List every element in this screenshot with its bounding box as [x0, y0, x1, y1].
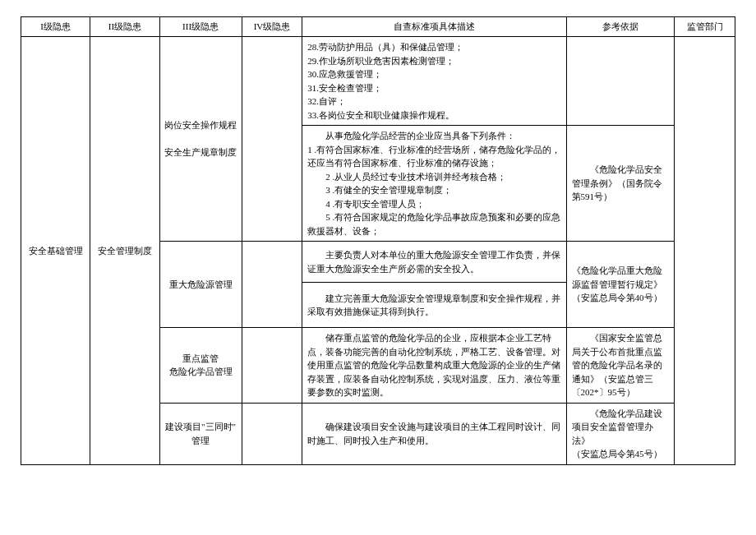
desc-line: 4 .有专职安全管理人员； [307, 197, 560, 211]
lvl3-text: 危险化学品管理 [169, 367, 233, 376]
lvl3-text: 重点监管 [182, 353, 219, 363]
cell-ref: 《国家安全监管总局关于公布首批重点监管的危险化学品名录的通知》（安监总管三〔20… [566, 328, 675, 404]
header-lvl2: II级隐患 [90, 17, 159, 37]
desc-line: 33.各岗位安全和职业健康操作规程。 [307, 110, 454, 120]
table-header-row: I级隐患 II级隐患 III级隐患 IV级隐患 自查标准项具体描述 参考依据 监… [21, 17, 735, 37]
cell-lvl3-group3: 重点监管 危险化学品管理 [159, 328, 242, 404]
desc-text: 建立完善重大危险源安全管理规章制度和安全操作规程，并采取有效措施保证其得到执行。 [307, 292, 560, 319]
lvl3-text: 管理 [191, 436, 210, 445]
lvl3-text: 安全生产规章制度 [164, 147, 237, 157]
hazard-standards-table: I级隐患 II级隐患 III级隐患 IV级隐患 自查标准项具体描述 参考依据 监… [21, 16, 735, 465]
cell-lvl4 [242, 37, 302, 242]
header-desc: 自查标准项具体描述 [302, 17, 566, 37]
header-lvl3: III级隐患 [159, 17, 242, 37]
cell-ref: 《危险化学品建设项目安全监督管理办法》 （安监总局令第45号） [566, 403, 675, 464]
lvl3-text: 岗位安全操作规程 [164, 120, 237, 130]
desc-line: 31.安全检查管理； [307, 83, 382, 93]
ref-text: 《危险化学品安全管理条例》（国务院令第591号） [572, 163, 670, 204]
desc-line: 2 .从业人员经过专业技术培训并经考核合格； [307, 170, 560, 184]
cell-desc: 建立完善重大危险源安全管理规章制度和安全操作规程，并采取有效措施保证其得到执行。 [302, 283, 566, 328]
desc-line: 3 .有健全的安全管理规章制度； [307, 183, 560, 197]
table-row: 安全基础管理 安全管理制度 岗位安全操作规程 安全生产规章制度 28.劳动防护用… [21, 37, 735, 126]
cell-lvl3-group1: 岗位安全操作规程 安全生产规章制度 [159, 37, 242, 242]
desc-line: 从事危险化学品经营的企业应当具备下列条件： [307, 129, 560, 143]
ref-text: （安监总局令第45号） [572, 447, 670, 461]
cell-lvl3-group4: 建设项目"三同时" 管理 [159, 403, 242, 464]
cell-lvl4 [242, 403, 302, 464]
cell-lvl4 [242, 328, 302, 404]
header-lvl4: IV级隐患 [242, 17, 302, 37]
cell-ref: 《危险化学品安全管理条例》（国务院令第591号） [566, 126, 675, 242]
cell-lvl1: 安全基础管理 [21, 37, 90, 465]
desc-line: 29.作业场所职业危害因素检测管理； [307, 56, 454, 66]
header-lvl1: I级隐患 [21, 17, 90, 37]
desc-text: 储存重点监管的危险化学品的企业，应根据本企业工艺特点，装备功能完善的自动化控制系… [307, 331, 560, 399]
cell-dept [675, 37, 735, 465]
desc-line: 28.劳动防护用品（具）和保健品管理； [307, 42, 463, 52]
cell-desc: 确保建设项目安全设施与建设项目的主体工程同时设计、同时施工、同时投入生产和使用。 [302, 403, 566, 464]
cell-desc: 从事危险化学品经营的企业应当具备下列条件： 1 .有符合国家标准、行业标准的经营… [302, 126, 566, 242]
header-ref: 参考依据 [566, 17, 675, 37]
ref-text: 《国家安全监管总局关于公布首批重点监管的危险化学品名录的通知》（安监总管三〔20… [572, 331, 670, 399]
ref-text: 《危险化学品建设项目安全监督管理办法》 [572, 407, 670, 448]
cell-lvl3-group2: 重大危险源管理 [159, 242, 242, 328]
desc-line: 30.应急救援管理； [307, 69, 382, 79]
cell-ref [566, 37, 675, 126]
header-dept: 监管部门 [675, 17, 735, 37]
desc-line: 32.自评； [307, 96, 346, 106]
cell-desc: 储存重点监管的危险化学品的企业，应根据本企业工艺特点，装备功能完善的自动化控制系… [302, 328, 566, 404]
desc-line: 5 .有符合国家规定的危险化学品事故应急预案和必要的应急救援器材、设备； [307, 210, 560, 238]
cell-desc: 28.劳动防护用品（具）和保健品管理； 29.作业场所职业危害因素检测管理； 3… [302, 37, 566, 126]
desc-text: 确保建设项目安全设施与建设项目的主体工程同时设计、同时施工、同时投入生产和使用。 [307, 420, 560, 447]
desc-text: 主要负责人对本单位的重大危险源安全管理工作负责，并保证重大危险源安全生产所必需的… [307, 248, 560, 275]
lvl3-text: 建设项目"三同时" [165, 422, 236, 431]
desc-line: 1 .有符合国家标准、行业标准的经营场所，储存危险化学品的，还应当有符合国家标准… [307, 145, 560, 168]
cell-lvl4 [242, 242, 302, 328]
ref-text: 《危险化学品重大危险源监督管理暂行规定》（安监总局令第40号） [572, 265, 662, 302]
cell-desc: 主要负责人对本单位的重大危险源安全管理工作负责，并保证重大危险源安全生产所必需的… [302, 242, 566, 283]
cell-ref: 《危险化学品重大危险源监督管理暂行规定》（安监总局令第40号） [566, 242, 675, 328]
cell-lvl2: 安全管理制度 [90, 37, 159, 465]
